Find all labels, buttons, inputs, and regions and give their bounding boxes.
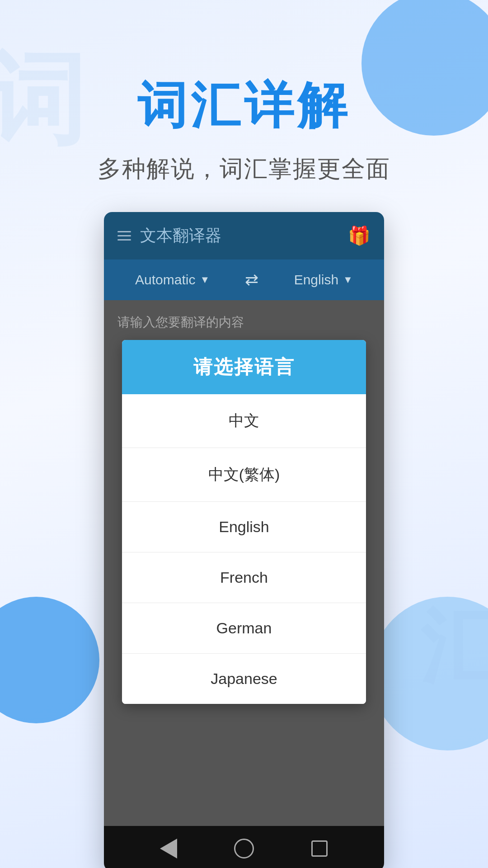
source-dropdown-arrow: ▼ (200, 274, 210, 286)
language-item-chinese-traditional[interactable]: 中文(繁体) (122, 448, 366, 502)
language-item-english[interactable]: English (122, 502, 366, 552)
page-title: 词汇详解 (0, 72, 488, 140)
app-title: 文本翻译器 (140, 225, 221, 247)
phone-mockup: 文本翻译器 🎁 Automatic ▼ ⇄ English ▼ 请输入您要翻译的… (104, 212, 384, 868)
gift-icon[interactable]: 🎁 (348, 225, 371, 246)
dialog-list: 中文 中文(繁体) English French German Japanese (122, 394, 366, 704)
swap-languages-button[interactable]: ⇄ (245, 270, 258, 289)
nav-home-button[interactable] (233, 837, 255, 860)
android-nav-bar (104, 826, 384, 868)
nav-back-button[interactable] (157, 837, 180, 860)
app-bar: 文本翻译器 🎁 (104, 212, 384, 259)
bg-circle-bottom-right (371, 597, 488, 750)
content-area: 请输入您要翻译的内容 请选择语言 中文 中文(繁体) English Frenc… (104, 300, 384, 726)
language-item-french[interactable]: French (122, 552, 366, 603)
language-selection-dialog: 请选择语言 中文 中文(繁体) English French German Ja… (122, 340, 366, 704)
language-item-japanese[interactable]: Japanese (122, 654, 366, 704)
source-language-selector[interactable]: Automatic ▼ (135, 272, 210, 288)
menu-icon[interactable] (117, 231, 131, 241)
recents-icon (311, 840, 328, 857)
language-bar: Automatic ▼ ⇄ English ▼ (104, 259, 384, 300)
language-item-german[interactable]: German (122, 603, 366, 654)
input-hint: 请输入您要翻译的内容 (117, 314, 371, 331)
target-language-selector[interactable]: English ▼ (294, 272, 353, 288)
home-icon (234, 839, 254, 859)
page-subtitle: 多种解说，词汇掌握更全面 (0, 153, 488, 185)
nav-recents-button[interactable] (308, 837, 331, 860)
dialog-header: 请选择语言 (122, 340, 366, 394)
app-bar-left: 文本翻译器 (117, 225, 221, 247)
target-language-label: English (294, 272, 338, 288)
source-language-label: Automatic (135, 272, 195, 288)
header-section: 词汇详解 多种解说，词汇掌握更全面 (0, 0, 488, 212)
back-icon (160, 839, 177, 859)
app-bottom-filler (104, 726, 384, 826)
dialog-title: 请选择语言 (131, 354, 357, 380)
language-item-chinese[interactable]: 中文 (122, 394, 366, 448)
bg-circle-bottom-left (0, 597, 99, 723)
target-dropdown-arrow: ▼ (343, 274, 353, 286)
